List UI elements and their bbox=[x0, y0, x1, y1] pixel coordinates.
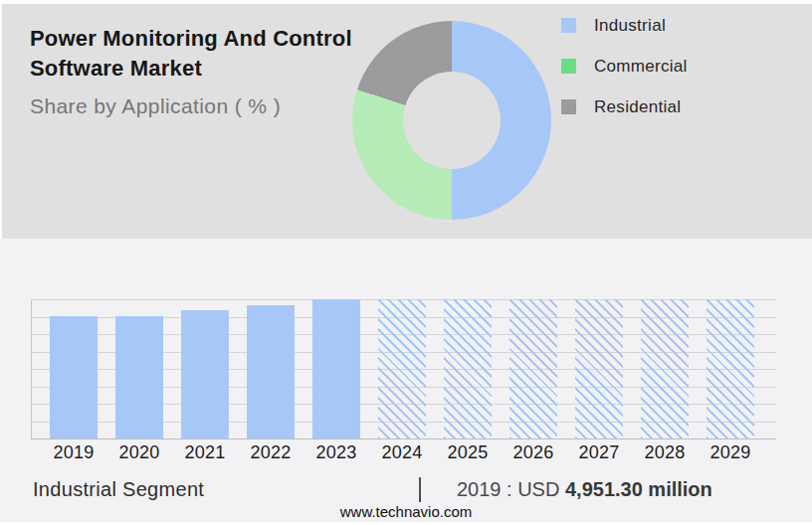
website-text: www.technavio.com bbox=[0, 503, 812, 520]
forecast-bar-2025 bbox=[444, 299, 492, 438]
forecast-bar-2029 bbox=[707, 299, 754, 438]
x-tick-label-2020: 2020 bbox=[106, 442, 172, 463]
legend-swatch-residential bbox=[561, 99, 576, 114]
legend-swatch-industrial bbox=[561, 18, 576, 33]
header-panel: Power Monitoring And Control Software Ma… bbox=[2, 4, 812, 239]
x-tick-label-2026: 2026 bbox=[501, 442, 566, 463]
legend-item-residential: Residential bbox=[561, 98, 688, 115]
footer-value-amount: 4,951.30 million bbox=[565, 478, 712, 500]
forecast-bar-2027 bbox=[575, 299, 623, 438]
bar-2021 bbox=[181, 310, 229, 438]
title-block: Power Monitoring And Control Software Ma… bbox=[30, 24, 358, 119]
page-subtitle: Share by Application ( % ) bbox=[30, 93, 358, 119]
x-tick-label-2028: 2028 bbox=[632, 442, 698, 463]
legend-label: Residential bbox=[594, 97, 681, 117]
bar-chart-panel: 2019202020212022202320242025202620272028… bbox=[0, 239, 812, 522]
donut-chart bbox=[352, 21, 551, 220]
x-axis-labels: 2019202020212022202320242025202620272028… bbox=[0, 442, 812, 462]
bar-chart-plot-area bbox=[31, 299, 776, 438]
x-tick-label-2022: 2022 bbox=[238, 442, 304, 463]
footer-divider bbox=[419, 477, 421, 502]
x-tick-label-2021: 2021 bbox=[172, 442, 238, 463]
legend-swatch-commercial bbox=[561, 59, 576, 74]
x-tick-label-2024: 2024 bbox=[369, 442, 435, 463]
x-tick-label-2027: 2027 bbox=[566, 442, 632, 463]
forecast-bar-2026 bbox=[509, 299, 557, 438]
footer-value-prefix: 2019 : USD bbox=[457, 478, 565, 500]
x-tick-label-2029: 2029 bbox=[698, 442, 763, 463]
bar-2020 bbox=[115, 316, 163, 438]
legend-label: Industrial bbox=[594, 16, 666, 36]
legend-label: Commercial bbox=[594, 57, 688, 77]
page-title-line1: Power Monitoring And Control bbox=[30, 24, 358, 54]
page-title-line2: Software Market bbox=[30, 54, 358, 84]
x-tick-label-2025: 2025 bbox=[435, 442, 501, 463]
forecast-bar-2028 bbox=[641, 299, 689, 438]
chart-legend: IndustrialCommercialResidential bbox=[561, 17, 688, 139]
donut-chart-hole bbox=[403, 72, 501, 169]
segment-label: Industrial Segment bbox=[33, 478, 204, 501]
legend-item-industrial: Industrial bbox=[561, 17, 688, 34]
bar-2023 bbox=[312, 299, 360, 438]
page-title: Power Monitoring And Control Software Ma… bbox=[30, 24, 358, 84]
legend-item-commercial: Commercial bbox=[561, 58, 688, 75]
x-tick-label-2023: 2023 bbox=[304, 442, 369, 463]
bar-2022 bbox=[247, 305, 295, 438]
footer-value: 2019 : USD 4,951.30 million bbox=[457, 478, 712, 501]
x-tick-label-2019: 2019 bbox=[41, 442, 106, 463]
x-axis-line bbox=[31, 438, 776, 439]
forecast-bar-2024 bbox=[378, 299, 426, 438]
bar-2019 bbox=[50, 316, 98, 438]
